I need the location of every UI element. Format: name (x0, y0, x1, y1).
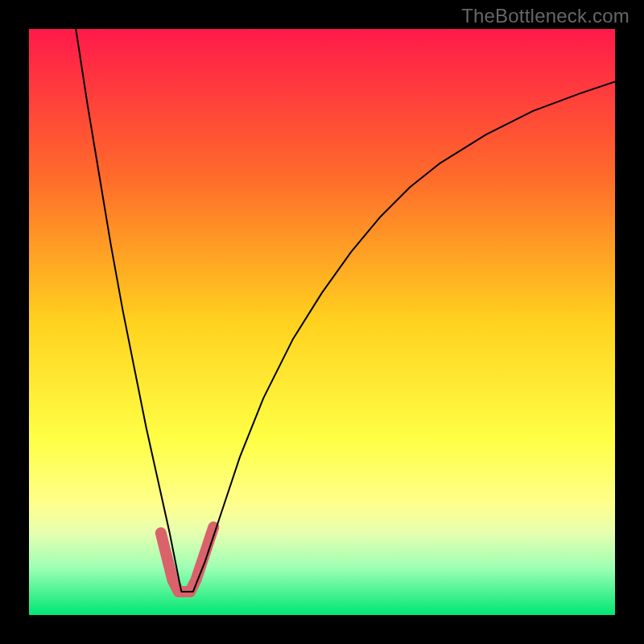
bottleneck-curve (76, 29, 615, 592)
curve-layer (29, 29, 615, 615)
plot-area (29, 29, 615, 615)
watermark-text: TheBottleneck.com (461, 5, 630, 27)
chart-container: TheBottleneck.com (0, 0, 644, 644)
